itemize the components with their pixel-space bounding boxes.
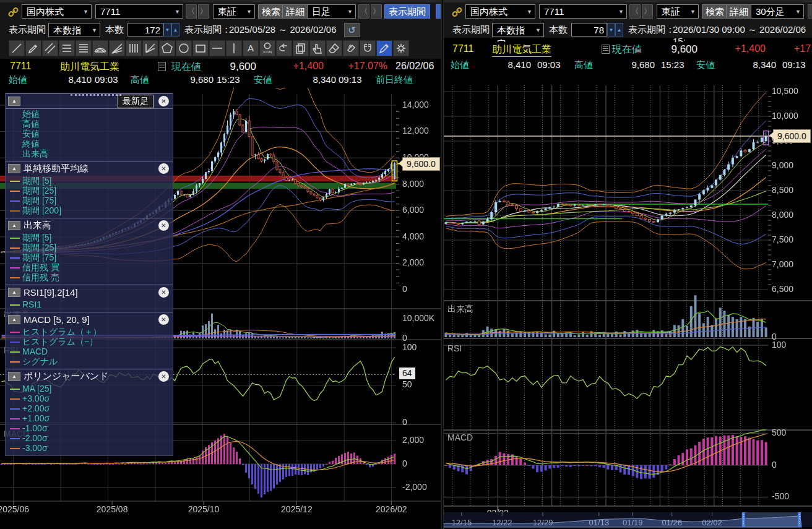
fibonacci-arc-tool-icon[interactable] <box>92 40 108 56</box>
horizontal-line-tool-icon[interactable] <box>209 40 225 56</box>
search-button[interactable]: 検索 <box>702 4 728 19</box>
four-horizontal-lines-tool-icon[interactable] <box>76 40 92 56</box>
legend-item[interactable]: 安値 <box>6 129 173 139</box>
icon-stamp-tool-icon[interactable]: ICON <box>259 40 275 56</box>
close-icon[interactable]: ✕ <box>158 371 169 382</box>
bar-count-input[interactable]: 172 <box>127 23 163 37</box>
pencil-lock-tool-icon[interactable] <box>376 40 392 56</box>
latest-bar-button[interactable]: 最新足 <box>118 95 153 108</box>
vertical-line-tool-icon[interactable] <box>226 40 242 56</box>
symbol-prev-button[interactable]: 〈 <box>186 4 197 19</box>
copy-tool-icon[interactable] <box>293 40 309 56</box>
right-chart-canvas[interactable] <box>444 73 812 529</box>
quote-list-icon[interactable] <box>602 45 610 54</box>
three-horizontal-lines-tool-icon[interactable] <box>59 40 75 56</box>
count-up-button[interactable]: ▲ <box>171 23 179 37</box>
interval-prev-button[interactable]: 〈 <box>808 4 812 19</box>
link-icon[interactable] <box>8 7 19 20</box>
eraser-tool-icon[interactable] <box>326 40 342 56</box>
close-icon[interactable]: ✕ <box>158 287 169 298</box>
symbol-prev-button[interactable]: 〈 <box>629 4 641 19</box>
period-mode-select[interactable]: 本数指定 <box>48 23 100 37</box>
collapse-icon[interactable]: ▲ <box>8 221 20 230</box>
exchange-select[interactable]: 東証 <box>213 4 255 19</box>
legend-item[interactable]: シグナル <box>6 356 173 366</box>
vertical-lines-tool-icon[interactable] <box>126 40 142 56</box>
period-mode-select[interactable]: 本数指定 <box>492 23 544 37</box>
legend-item[interactable]: 期間 [25] <box>6 186 173 196</box>
stock-name[interactable]: 助川電気工業 <box>60 61 119 74</box>
hand-tool-icon[interactable] <box>309 40 326 56</box>
symbol-next-button[interactable]: 〉 <box>198 4 209 19</box>
symbol-select[interactable]: 7711 <box>95 4 183 19</box>
interval-select[interactable]: 日足 <box>307 4 356 19</box>
legend-item[interactable]: 高値 <box>6 119 173 129</box>
legend-item[interactable]: MA [25] <box>6 384 173 394</box>
close-icon[interactable]: ✕ <box>158 96 169 106</box>
parallel-lines-tool-icon[interactable] <box>42 40 58 56</box>
settings-gear-tool-icon[interactable] <box>393 40 409 56</box>
reload-button[interactable]: ↺ <box>344 23 360 37</box>
speed-lines-tool-icon[interactable] <box>142 40 158 56</box>
detail-button[interactable]: 詳細 <box>726 4 752 19</box>
close-icon[interactable]: ✕ <box>158 163 169 174</box>
count-up-button[interactable]: ▲ <box>615 23 623 37</box>
stock-name[interactable]: 助川電気工業 <box>492 43 551 57</box>
market-select[interactable]: 国内株式 <box>22 4 92 19</box>
legend-item[interactable]: 期間 [75] <box>6 196 173 205</box>
pentagon-tool-icon[interactable] <box>159 40 175 56</box>
legend-item[interactable]: 期間 [5] <box>6 176 173 186</box>
link-icon[interactable] <box>452 7 462 20</box>
market-select[interactable]: 国内株式 <box>465 4 535 19</box>
marker-pen-tool-icon[interactable] <box>25 40 41 56</box>
collapse-icon[interactable]: ▲ <box>8 372 20 381</box>
legend-item[interactable]: 期間 [5] <box>6 233 173 243</box>
symbol-select[interactable]: 7711 <box>539 4 627 19</box>
legend-item[interactable]: 信用残 売 <box>6 272 173 282</box>
bar-count-input[interactable]: 78 <box>571 23 607 37</box>
legend-item[interactable]: +2.00σ <box>6 403 173 413</box>
legend-scroll-dots[interactable] <box>71 94 121 96</box>
quote-list-icon[interactable] <box>158 62 166 71</box>
close-icon[interactable]: ✕ <box>158 314 169 325</box>
legend-item[interactable]: ヒストグラム（＋） <box>6 327 173 337</box>
text-tool-icon[interactable]: A <box>243 40 259 56</box>
detail-button[interactable]: 詳細 <box>282 4 308 19</box>
interval-prev-button[interactable]: 〈 <box>358 4 369 19</box>
display-period-button[interactable]: 表示期間 <box>384 4 430 19</box>
legend-item[interactable]: 信用残 買 <box>6 262 173 272</box>
legend-item[interactable]: -1.00σ <box>6 423 173 433</box>
collapse-icon[interactable]: ▲ <box>8 315 20 324</box>
legend-item[interactable]: RSI1 <box>6 299 173 309</box>
close-icon[interactable]: ✕ <box>158 220 169 231</box>
fan-lines-tool-icon[interactable] <box>109 40 125 56</box>
legend-item[interactable]: -2.00σ <box>6 433 173 443</box>
technical-button[interactable]: テク <box>436 4 442 19</box>
trend-line-tool-icon[interactable] <box>9 40 25 56</box>
search-button[interactable]: 検索 <box>258 4 284 19</box>
collapse-icon[interactable]: ▲ <box>8 288 20 297</box>
eraser-text-tool-icon[interactable]: A <box>343 40 359 56</box>
legend-item[interactable]: 終値 <box>6 139 173 148</box>
interval-select[interactable]: 30分足 <box>751 4 804 19</box>
magnet-tool-icon[interactable] <box>360 40 376 56</box>
legend-item[interactable]: 出来高 <box>6 148 173 158</box>
collapse-icon[interactable]: ▲ <box>8 164 20 173</box>
legend-item[interactable]: 期間 [200] <box>6 205 173 215</box>
legend-item[interactable]: +3.00σ <box>6 394 173 403</box>
legend-item[interactable]: 始値 <box>6 109 173 119</box>
count-down-button[interactable]: ▼ <box>607 23 615 37</box>
exchange-select[interactable]: 東証 <box>657 4 699 19</box>
undo-arrow-tool-icon[interactable] <box>276 40 292 56</box>
rectangle-tool-icon[interactable] <box>192 40 209 56</box>
legend-item[interactable]: -3.00σ <box>6 443 173 453</box>
legend-item[interactable]: 期間 [75] <box>6 252 173 262</box>
count-down-button[interactable]: ▼ <box>163 23 171 37</box>
collapse-icon[interactable]: ▲ <box>8 97 20 106</box>
interval-next-button[interactable]: 〉 <box>371 4 382 19</box>
ellipse-tool-icon[interactable] <box>176 40 192 56</box>
legend-item[interactable]: MACD <box>6 346 173 356</box>
legend-item[interactable]: ヒストグラム（−） <box>6 337 173 346</box>
legend-item[interactable]: +1.00σ <box>6 413 173 423</box>
legend-item[interactable]: 期間 [25] <box>6 243 173 252</box>
